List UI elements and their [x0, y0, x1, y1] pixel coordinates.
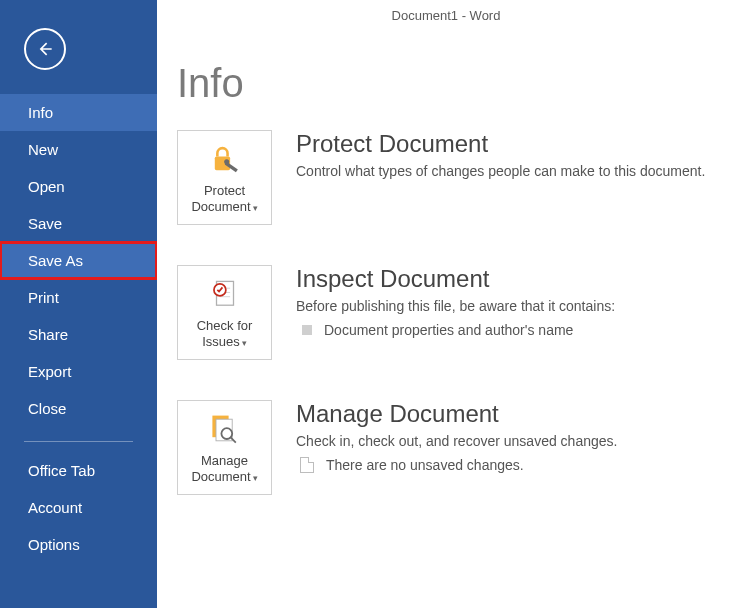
manage-body: Manage Document Check in, check out, and…	[296, 400, 617, 473]
tile-label-l1: Check for	[197, 318, 253, 333]
manage-title: Manage Document	[296, 400, 617, 428]
section-protect: ProtectDocument▾ Protect Document Contro…	[177, 130, 735, 225]
app-root: Info New Open Save Save As Print Share E…	[0, 0, 735, 608]
protect-desc: Control what types of changes people can…	[296, 162, 705, 181]
svg-point-2	[224, 159, 229, 164]
nav-open[interactable]: Open	[0, 168, 157, 205]
nav-share[interactable]: Share	[0, 316, 157, 353]
protect-title: Protect Document	[296, 130, 705, 158]
nav-account[interactable]: Account	[0, 489, 157, 526]
section-manage: ManageDocument▾ Manage Document Check in…	[177, 400, 735, 495]
tile-check-for-issues[interactable]: Check forIssues▾	[177, 265, 272, 360]
main-pane: Document1 - Word Info ProtectDocument▾ P…	[157, 0, 735, 608]
page-title: Info	[177, 61, 735, 106]
tile-label-l2: Document	[191, 469, 250, 484]
inspect-title: Inspect Document	[296, 265, 615, 293]
inspect-desc: Before publishing this file, be aware th…	[296, 297, 615, 316]
document-small-icon	[300, 457, 314, 473]
window-title: Document1 - Word	[157, 0, 735, 23]
manage-bullet: There are no unsaved changes.	[296, 457, 617, 473]
back-arrow-icon	[35, 39, 55, 59]
nav-print[interactable]: Print	[0, 279, 157, 316]
inspect-body: Inspect Document Before publishing this …	[296, 265, 615, 338]
nav-close[interactable]: Close	[0, 390, 157, 427]
protect-body: Protect Document Control what types of c…	[296, 130, 705, 181]
nav-save-as[interactable]: Save As	[0, 242, 157, 279]
back-button[interactable]	[24, 28, 66, 70]
tile-label-l1: Protect	[204, 183, 245, 198]
lock-key-icon	[208, 143, 242, 177]
backstage-sidebar: Info New Open Save Save As Print Share E…	[0, 0, 157, 608]
nav-save[interactable]: Save	[0, 205, 157, 242]
chevron-down-icon: ▾	[242, 338, 247, 348]
chevron-down-icon: ▾	[253, 473, 258, 483]
document-check-icon	[208, 278, 242, 312]
section-inspect: Check forIssues▾ Inspect Document Before…	[177, 265, 735, 360]
nav-bottom: Office Tab Account Options	[0, 452, 157, 563]
documents-search-icon	[207, 412, 243, 448]
nav-export[interactable]: Export	[0, 353, 157, 390]
nav-office-tab[interactable]: Office Tab	[0, 452, 157, 489]
chevron-down-icon: ▾	[253, 203, 258, 213]
inspect-bullet: Document properties and author's name	[296, 322, 615, 338]
nav-info[interactable]: Info	[0, 94, 157, 131]
nav-options[interactable]: Options	[0, 526, 157, 563]
nav-new[interactable]: New	[0, 131, 157, 168]
manage-desc: Check in, check out, and recover unsaved…	[296, 432, 617, 451]
square-bullet-icon	[302, 325, 312, 335]
tile-manage-document[interactable]: ManageDocument▾	[177, 400, 272, 495]
nav-top: Info New Open Save Save As Print Share E…	[0, 94, 157, 427]
nav-separator	[24, 441, 133, 442]
tile-label-l2: Issues	[202, 334, 240, 349]
inspect-bullet-text: Document properties and author's name	[324, 322, 573, 338]
tile-label-l1: Manage	[201, 453, 248, 468]
tile-label-l2: Document	[191, 199, 250, 214]
tile-protect-document[interactable]: ProtectDocument▾	[177, 130, 272, 225]
manage-bullet-text: There are no unsaved changes.	[326, 457, 524, 473]
